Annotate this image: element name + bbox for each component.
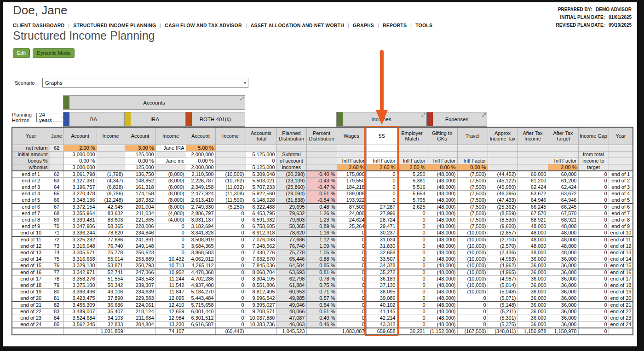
- data-cell: 74: [50, 249, 63, 256]
- data-cell: 3,196,757: [63, 184, 97, 190]
- meta-cell[interactable]: 2,000,000: [186, 164, 215, 171]
- data-cell: (45,122): [488, 177, 518, 184]
- meta-cell[interactable]: 5,125,000: [246, 164, 276, 171]
- meta-cell[interactable]: 2.50 %: [397, 164, 427, 171]
- table-row: end of 12733,315,04876,740249,14803,684,…: [12, 243, 633, 249]
- data-cell: 60,953: [276, 288, 306, 295]
- data-cell: 36,000: [548, 282, 578, 288]
- meta-cell[interactable]: Jane IRA: [155, 145, 186, 151]
- data-cell: 70: [50, 223, 63, 229]
- top-nav: CLIENT DASHBOARD|STRUCTURED INCOME PLANN…: [13, 23, 432, 28]
- meta-cell[interactable]: 0.00 %: [457, 164, 488, 171]
- meta-cell: [518, 151, 548, 158]
- nav-item-reports[interactable]: REPORTS: [383, 23, 407, 28]
- table-row: end of 2633,127,381(4,347)148,852(8,000)…: [12, 177, 633, 184]
- meta-cell[interactable]: 125,000: [125, 164, 155, 171]
- meta-cell[interactable]: Jane inc: [155, 158, 186, 164]
- data-cell: 0: [215, 288, 246, 295]
- data-cell: 49,106: [97, 288, 125, 295]
- data-cell: (10,000): [457, 249, 488, 256]
- data-cell: 36,000: [548, 321, 578, 328]
- data-cell: 12,410: [155, 302, 186, 309]
- total-cell: 1,150,978: [548, 328, 578, 335]
- meta-cell[interactable]: 0: [246, 158, 276, 164]
- meta-cell[interactable]: 0.00 %: [427, 164, 457, 171]
- data-cell: 31,830: [366, 243, 397, 249]
- meta-cell[interactable]: 0.00 %: [125, 158, 155, 164]
- column-header: SS: [366, 127, 397, 145]
- column-header: Account: [63, 127, 97, 145]
- data-cell: (10,000): [457, 236, 488, 243]
- data-cell: 36,636: [97, 302, 125, 309]
- total-cell: [186, 328, 215, 335]
- data-cell: 0: [215, 210, 246, 216]
- data-cell: 0: [215, 302, 246, 309]
- nav-item-client-dashboard[interactable]: CLIENT DASHBOARD: [13, 23, 64, 28]
- nav-item-graphs[interactable]: GRAPHS: [353, 23, 374, 28]
- meta-cell[interactable]: 0.00 %: [186, 158, 215, 164]
- meta-cell[interactable]: 2,000,000: [186, 151, 215, 158]
- meta-cell[interactable]: 2.00 %: [63, 145, 97, 151]
- meta-cell[interactable]: 5.00 %: [186, 145, 215, 151]
- data-cell: 0: [397, 295, 427, 302]
- data-cell: 82: [50, 302, 63, 309]
- expand-icon[interactable]: ⤢: [421, 112, 425, 118]
- meta-cell[interactable]: 2.00 %: [548, 164, 578, 171]
- column-header: Income: [97, 127, 125, 145]
- data-cell: 5,922,560: [246, 190, 276, 197]
- meta-cell[interactable]: 2.60 %: [337, 164, 366, 171]
- meta-cell: [609, 145, 633, 151]
- meta-cell[interactable]: 3.00 %: [125, 145, 155, 151]
- planning-table: YearJaneAccountIncomeAccountIncomeAccoun…: [12, 127, 633, 335]
- data-cell: end of 21: [609, 302, 633, 309]
- meta-cell: [306, 145, 337, 151]
- data-cell: 71: [50, 229, 63, 236]
- data-cell: end of 2: [609, 177, 633, 184]
- nav-item-cash-flow-and-tax-advisor[interactable]: CASH FLOW AND TAX ADVISOR: [165, 23, 242, 28]
- data-cell: (11,590): [215, 197, 246, 204]
- edit-button[interactable]: Edit: [13, 48, 30, 58]
- data-cell: 234,639: [125, 288, 155, 295]
- nav-item-tools[interactable]: TOOLS: [415, 23, 432, 28]
- table-row: end of 22833,489,00735,407218,12412,6596…: [12, 308, 633, 315]
- nav-item-asset-allocation-and-net-worth[interactable]: ASSET ALLOCATION AND NET WORTH: [251, 23, 344, 28]
- data-cell: end of 17: [12, 275, 50, 282]
- meta-cell[interactable]: 125,000: [125, 151, 155, 158]
- data-cell: 221,365: [125, 216, 155, 223]
- planning-horizon-select[interactable]: 24 years ▾: [36, 113, 67, 122]
- data-cell: 218,124: [125, 308, 155, 315]
- table-row: end of 21823,455,30936,636224,06112,4105…: [12, 302, 633, 309]
- data-cell: 0: [578, 216, 609, 223]
- column-header: Year: [12, 127, 50, 145]
- column-header: Account: [186, 127, 215, 145]
- meta-cell[interactable]: 3,000,000: [63, 151, 97, 158]
- data-cell: 0: [578, 177, 609, 184]
- expand-icon[interactable]: ⤢: [240, 96, 244, 101]
- data-cell: 73: [50, 243, 63, 249]
- revised-plan-date-label: REVISED PLAN DATE:: [556, 23, 605, 28]
- meta-cell[interactable]: 0.00 %: [63, 158, 97, 164]
- meta-cell: [337, 151, 366, 158]
- nav-item-structured-income-planning[interactable]: STRUCTURED INCOME PLANNING: [73, 23, 156, 28]
- data-cell: 224,061: [125, 302, 155, 309]
- data-cell: 66: [50, 197, 63, 204]
- meta-cell[interactable]: 3,000,000: [63, 164, 97, 171]
- scenario-select[interactable]: Graphs ▾: [42, 78, 248, 88]
- meta-cell[interactable]: 5,125,000: [246, 151, 276, 158]
- meta-cell: [246, 145, 276, 151]
- meta-cell: of account: [276, 158, 306, 164]
- data-cell: 229,583: [125, 295, 155, 302]
- data-cell: (48,000): [427, 315, 457, 321]
- data-cell: 42,945: [97, 204, 125, 211]
- data-cell: 0: [578, 321, 609, 328]
- data-cell: 0: [457, 302, 488, 309]
- meta-cell[interactable]: 2.60 %: [366, 164, 397, 171]
- table-row: end of 23843,524,68434,103211,68412,9846…: [12, 315, 633, 321]
- dynamic-mode-button[interactable]: Dynamic Mode: [33, 48, 75, 58]
- column-header: Travel: [457, 127, 488, 145]
- data-cell: 2,477,924: [186, 190, 215, 197]
- data-cell: 0: [215, 275, 246, 282]
- data-cell: 42,214: [366, 315, 397, 321]
- expand-icon[interactable]: ⤢: [482, 112, 486, 118]
- data-cell: 37,130: [366, 282, 397, 288]
